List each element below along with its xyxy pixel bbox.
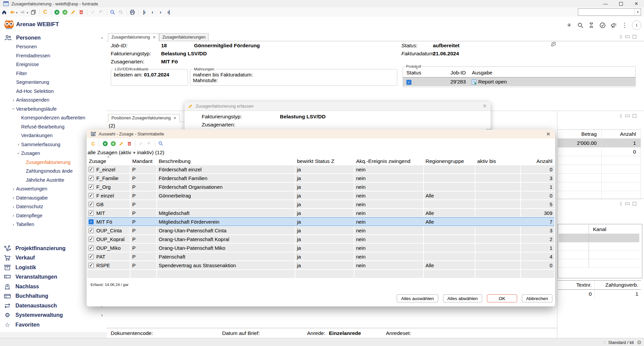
undo-icon[interactable]: ↶ [145,140,153,147]
tree-expander-icon[interactable] [11,106,16,111]
maximize-button[interactable] [613,0,629,7]
modal-titlebar[interactable]: Auswahl - Zusage - Stammtabelle ✕ [87,129,555,138]
zusage-table-row[interactable]: ✓MIT Fö P Mitgliedschaft Förderverein ja… [87,218,554,226]
kanal-row-selected[interactable] [559,234,641,242]
zusage-table-row[interactable]: ✓OUP_Kopral P Orang-Utan-Patenschaft Kop… [87,235,554,243]
global-search-icon[interactable] [577,21,584,29]
column-header[interactable]: Mandant [131,158,156,164]
column-header[interactable]: bewirkt Status Z [295,158,354,164]
zusage-table-row[interactable]: ✓RSPE P Spendevertrag aus Strassenaktion… [87,261,554,269]
close-button[interactable]: ✕ [629,0,644,7]
zusage-table-row[interactable]: ✓F_einzel P Förderschaft einzel ja nein … [87,165,554,173]
row-checkbox[interactable]: ✓ [89,228,94,233]
kebab-menu-icon[interactable]: ⋮ [621,21,628,29]
tab-positionen[interactable]: Positionen Zusagenfakturierung✕ [108,114,180,122]
back-icon[interactable] [8,8,16,16]
column-header[interactable]: Anzahl [521,158,554,164]
collapse-panel-icon[interactable] [625,115,630,117]
hourglass-icon[interactable] [588,21,595,29]
row-checkbox[interactable]: ✓ [89,193,94,198]
ok-button[interactable]: OK [487,294,517,302]
row-checkbox[interactable]: ✓ [89,254,94,259]
protokoll-col-ausgabe[interactable]: Ausgabe [468,70,635,76]
tree-expander-icon[interactable] [11,213,16,218]
tab-zusagenfakturierungen[interactable]: Zusagenfakturierungen [159,33,209,41]
tree-expander-icon[interactable] [11,222,16,227]
sidebar-module-systemverwaltung[interactable]: ⚙ Systemverwaltung › [0,310,107,320]
sidebar-tree-item[interactable]: Filter [0,69,107,78]
check-circle-icon[interactable] [599,21,606,29]
refresh-icon[interactable]: C [90,140,97,147]
zusage-table-row[interactable]: ✓MIT P Mitgliedschaft ja nein Alle 309 [87,209,554,217]
protokoll-row[interactable]: ✓ 29'283 Report open [403,77,635,86]
search-small-icon[interactable] [117,8,125,16]
tree-expander-icon[interactable] [11,186,16,191]
megaphone-icon[interactable] [610,21,617,29]
column-header[interactable]: Regionengruppe [424,158,475,164]
paperclip-icon[interactable] [550,41,556,48]
row-checkbox[interactable]: ✓ [89,176,94,181]
kanal-row[interactable] [559,242,641,251]
zusage-table-row[interactable]: ✓OUP_Miko P Orang-Utan-Patenschaft Miko … [87,244,554,252]
chevron-right-icon[interactable]: › [101,312,103,318]
kanal-row[interactable] [559,251,641,259]
sidebar-tree-item[interactable]: Anlassspenden [0,96,107,105]
sidebar-tree-item[interactable]: Verarbeitungsläufe [0,105,107,114]
protokoll-col-jobid[interactable]: Job-ID [435,70,468,76]
deselect-all-button[interactable]: Alles abwählen [443,294,482,302]
maximize-panel-icon[interactable] [633,202,636,206]
zahlungsverb-column-header[interactable]: Zahlungsverb. [594,281,641,289]
tree-expander-icon[interactable] [11,195,16,200]
sidebar-tree-item[interactable]: Ereignisse [0,60,107,69]
drag-dots-icon[interactable]: ⣿ [620,202,622,206]
betrag-column-header[interactable]: Betrag [558,130,602,139]
column-header[interactable]: Zusage [87,158,130,164]
delete-trash-icon[interactable] [78,8,85,16]
betrag-row[interactable] [558,156,641,165]
betrag-row-selected[interactable]: 2'000.00 1 [558,139,641,148]
cancel-button[interactable]: Abbrechen [522,294,552,302]
search-icon[interactable] [109,8,116,16]
betrag-row[interactable]: 0 [558,148,641,156]
previous-record-icon[interactable]: ‹ [149,8,156,16]
maximize-panel-icon[interactable] [633,35,636,39]
sidebar-section-personen[interactable]: Personen › [0,34,107,42]
undo-icon[interactable]: ↶ [97,8,105,16]
home-icon[interactable] [0,8,8,16]
windows-icon[interactable] [30,8,37,16]
protokoll-row-checkbox[interactable]: ✓ [406,80,411,85]
edit-pencil-icon[interactable] [69,8,77,16]
quick-search-combobox[interactable]: ▼ [578,8,641,16]
protokoll-col-status[interactable]: Status [403,70,435,76]
kanal-row[interactable] [559,259,641,268]
sidebar-tree-item[interactable]: Korrespondenzen aufbereiten [0,113,107,122]
close-icon[interactable]: ✕ [483,103,487,109]
edit-pencil-icon[interactable] [117,140,125,147]
first-record-icon[interactable]: |‹ [141,8,148,16]
anzahl-column-header[interactable]: Anzahl [602,130,641,139]
betrag-row[interactable] [558,191,641,200]
zusage-table-row[interactable]: ✓F_Familie P Förderschaft Familien ja ne… [87,174,554,182]
row-checkbox[interactable]: ✓ [89,219,94,224]
row-checkbox[interactable]: ✓ [89,202,94,207]
minimize-button[interactable]: — [598,0,613,7]
forward-dropdown-icon[interactable]: ▼ [26,11,29,14]
refresh-icon[interactable]: C [42,8,49,16]
tree-expander-icon[interactable] [16,142,21,147]
row-checkbox[interactable]: ✓ [89,211,94,216]
tree-expander-icon[interactable] [11,98,16,103]
zusage-table-row[interactable]: ✓PAT P Patenschaft ja nein 4 [87,252,554,261]
zusage-table-row[interactable]: ✓ [87,270,554,278]
zusage-table-row[interactable]: ✓F einzel P Gönnerbeitrag ja nein Alle 0 [87,191,554,199]
erfassen-dialog-titlebar[interactable]: Zusagenfakturierung erfassen ✕ [185,102,491,111]
tree-expander-icon[interactable] [11,204,16,209]
sidebar-tree-item[interactable]: Ad-Hoc Selektion [0,87,107,96]
delete-trash-icon[interactable] [126,140,133,147]
drag-dots-icon[interactable]: ⣿ [620,114,622,118]
betrag-row[interactable] [558,165,641,174]
row-checkbox[interactable]: ✓ [89,237,94,242]
zusage-table-row[interactable]: ✓F_Org P Förderschaft Organisationen ja … [87,183,554,191]
sidebar-tree-item[interactable]: Personen [0,42,107,51]
add-icon[interactable]: + [53,8,61,16]
textnr-column-header[interactable]: Textnr. [558,281,594,289]
